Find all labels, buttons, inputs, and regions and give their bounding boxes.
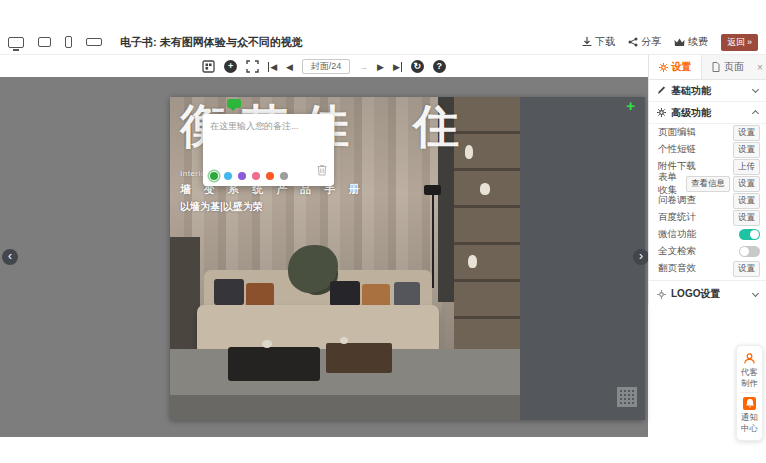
- next-page-icon[interactable]: ▶: [377, 62, 384, 72]
- next-spread-button[interactable]: ›: [633, 249, 649, 265]
- section-advanced-functions[interactable]: 高级功能: [649, 102, 766, 124]
- notification-center-button[interactable]: 通知中心: [741, 397, 759, 433]
- book-cover-page[interactable]: 衡 艺 佳 住 Interior Wall Covering System 墙 …: [170, 97, 645, 420]
- file-icon: [712, 62, 720, 72]
- cover-tagline: 以墙为基|以壁为荣: [180, 200, 263, 214]
- color-dot-orange[interactable]: [266, 172, 274, 180]
- gear-icon: [659, 63, 668, 72]
- section-logo-settings[interactable]: LOGO设置: [649, 283, 766, 305]
- settings-button[interactable]: 设置: [733, 176, 760, 192]
- chevron-down-icon: [752, 86, 759, 93]
- fullscreen-icon[interactable]: [246, 60, 259, 73]
- download-icon: [582, 37, 592, 47]
- gear-icon: [657, 108, 666, 117]
- help-icon[interactable]: ?: [433, 60, 446, 73]
- note-marker[interactable]: [227, 99, 241, 108]
- share-icon: [628, 37, 638, 47]
- canvas-workspace: 衡 艺 佳 住 Interior Wall Covering System 墙 …: [0, 77, 648, 437]
- settings-button[interactable]: 设置: [733, 261, 760, 277]
- tab-settings[interactable]: 设置: [649, 55, 701, 79]
- gear-icon: [657, 290, 666, 299]
- mobile-icon[interactable]: [65, 36, 72, 48]
- zoom-in-icon[interactable]: +: [224, 60, 237, 73]
- tab-pages[interactable]: 页面: [701, 55, 754, 79]
- feature-row-form-collection: 表单收集 查看信息 设置: [649, 175, 766, 192]
- note-input[interactable]: 在这里输入您的备注...: [210, 120, 327, 133]
- nav-toolbar: + ◀ ◀ 封面/24 → ▶ ▶ ↻ ?: [0, 56, 648, 77]
- feature-row-baidu-stats: 百度统计 设置: [649, 209, 766, 226]
- first-page-icon[interactable]: ◀: [268, 62, 277, 72]
- color-dot-purple[interactable]: [238, 172, 246, 180]
- chevron-down-icon: [752, 289, 759, 296]
- agent-service-button[interactable]: 代客制作: [741, 352, 759, 388]
- upload-button[interactable]: 上传: [733, 159, 760, 175]
- cover-photo: 衡 艺 佳 住 Interior Wall Covering System 墙 …: [170, 97, 520, 420]
- settings-button[interactable]: 设置: [733, 125, 760, 141]
- pencil-icon: [657, 86, 666, 95]
- cover-title-char-4: 住: [413, 103, 459, 149]
- replay-icon[interactable]: ↻: [411, 60, 424, 73]
- sidebar-tabs: 设置 页面 ×: [649, 55, 766, 80]
- note-popup: 在这里输入您的备注...: [203, 114, 334, 186]
- arrow-right-icon[interactable]: →: [359, 62, 368, 72]
- wechat-toggle[interactable]: [739, 229, 760, 240]
- settings-button[interactable]: 设置: [733, 210, 760, 226]
- document-title: 电子书: 未有图网体验与众不同的视觉: [120, 35, 303, 50]
- color-dot-blue[interactable]: [224, 172, 232, 180]
- feature-row-page-edit: 页面编辑 设置: [649, 124, 766, 141]
- tablet-icon[interactable]: [38, 37, 51, 47]
- banner-icon[interactable]: [86, 38, 102, 46]
- renew-button[interactable]: 续费: [674, 35, 708, 49]
- feature-row-flip-sound: 翻页音效 设置: [649, 260, 766, 277]
- titlebar-actions: 下载 分享 续费 返回»: [582, 34, 758, 51]
- color-dot-green[interactable]: [210, 172, 218, 180]
- trash-icon[interactable]: [317, 162, 327, 180]
- settings-sidebar: 设置 页面 × 基础功能 高级功能 页面编辑 设置 个性短链 设置: [648, 55, 766, 305]
- fulltext-search-toggle[interactable]: [739, 246, 760, 257]
- close-icon[interactable]: ×: [754, 55, 766, 79]
- feature-row-short-link: 个性短链 设置: [649, 141, 766, 158]
- desktop-icon[interactable]: [8, 37, 24, 48]
- prev-spread-button[interactable]: ‹: [2, 249, 18, 265]
- color-dot-gray[interactable]: [280, 172, 288, 180]
- title-bar: 电子书: 未有图网体验与众不同的视觉 下载 分享 续费 返回»: [0, 30, 766, 55]
- chevron-up-icon: [752, 110, 759, 117]
- bell-icon: [743, 397, 756, 410]
- last-page-icon[interactable]: ▶: [393, 62, 402, 72]
- ebook-editor-app: 电子书: 未有图网体验与众不同的视觉 下载 分享 续费 返回» +: [0, 0, 766, 463]
- qr-code: [617, 387, 637, 407]
- settings-button[interactable]: 设置: [733, 142, 760, 158]
- page-indicator-input[interactable]: 封面/24: [302, 59, 350, 74]
- settings-button[interactable]: 设置: [733, 193, 760, 209]
- color-dot-pink[interactable]: [252, 172, 260, 180]
- add-element-icon[interactable]: +: [626, 97, 635, 114]
- download-button[interactable]: 下载: [582, 35, 615, 49]
- feature-row-fulltext-search: 全文检索: [649, 243, 766, 260]
- floor-lamp: [432, 193, 434, 288]
- floating-help-widget: 代客制作 通知中心: [736, 345, 763, 441]
- back-arrow-icon: »: [747, 37, 752, 47]
- feature-row-wechat: 微信功能: [649, 226, 766, 243]
- coffee-table: [228, 347, 320, 381]
- share-button[interactable]: 分享: [628, 35, 661, 49]
- back-button[interactable]: 返回»: [721, 34, 758, 51]
- feature-row-questionnaire: 问卷调查 设置: [649, 192, 766, 209]
- side-table: [326, 343, 392, 373]
- view-info-button[interactable]: 查看信息: [686, 176, 730, 192]
- section-basic-functions[interactable]: 基础功能: [649, 80, 766, 102]
- person-icon: [743, 352, 756, 365]
- device-preview-switcher: [8, 36, 102, 48]
- cover-dark-panel: +: [520, 97, 645, 420]
- crown-icon: [674, 38, 685, 47]
- prev-page-icon[interactable]: ◀: [286, 62, 293, 72]
- note-color-palette: [210, 172, 288, 180]
- shelf-unit: [454, 97, 520, 359]
- thumbnails-icon[interactable]: [202, 60, 215, 73]
